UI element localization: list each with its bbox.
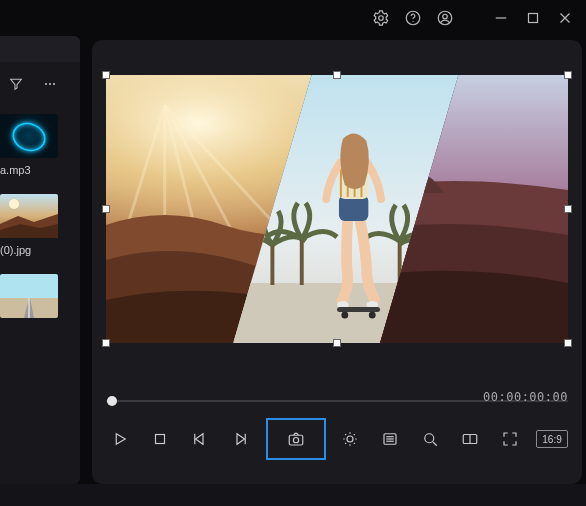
gear-icon[interactable]: [372, 9, 390, 27]
resize-handle[interactable]: [102, 205, 110, 213]
svg-rect-13: [0, 274, 58, 298]
svg-point-44: [369, 312, 376, 319]
preview-controls: 16:9: [106, 418, 568, 460]
svg-marker-48: [116, 434, 125, 445]
media-item[interactable]: (0).jpg: [0, 194, 80, 270]
svg-marker-52: [237, 434, 245, 445]
svg-point-8: [53, 83, 55, 85]
resize-handle[interactable]: [333, 339, 341, 347]
close-icon[interactable]: [556, 9, 574, 27]
media-sidebar: a.mp3 (0).jpg: [0, 36, 80, 484]
sidebar-header: [0, 36, 80, 62]
stop-button[interactable]: [146, 425, 174, 453]
maximize-icon[interactable]: [524, 9, 542, 27]
svg-point-4: [443, 14, 448, 19]
resize-handle[interactable]: [564, 339, 572, 347]
resize-handle[interactable]: [333, 71, 341, 79]
resize-handle[interactable]: [564, 205, 572, 213]
svg-rect-5: [529, 14, 538, 23]
titlebar: [0, 0, 586, 36]
account-icon[interactable]: [436, 9, 454, 27]
svg-point-6: [45, 83, 47, 85]
preview-panel: 00:00:00:00: [92, 40, 582, 484]
svg-point-7: [49, 83, 51, 85]
timecode: 00:00:00:00: [483, 390, 568, 404]
bottom-bar: [0, 484, 586, 506]
filter-icon[interactable]: [8, 76, 24, 96]
play-button[interactable]: [106, 425, 134, 453]
media-thumbnail: [0, 194, 58, 238]
svg-point-55: [293, 438, 298, 443]
prev-frame-button[interactable]: [186, 425, 214, 453]
svg-point-61: [425, 434, 434, 443]
scrub-bar[interactable]: 00:00:00:00: [106, 394, 568, 408]
list-button[interactable]: [376, 425, 404, 453]
fullscreen-button[interactable]: [496, 425, 524, 453]
resize-handle[interactable]: [564, 71, 572, 79]
media-filename: [0, 322, 80, 338]
media-list: a.mp3 (0).jpg: [0, 114, 80, 338]
svg-marker-50: [196, 434, 204, 445]
aspect-ratio-button[interactable]: 16:9: [536, 430, 568, 448]
svg-point-3: [438, 11, 452, 25]
preview-image: [106, 75, 568, 343]
svg-point-2: [412, 21, 413, 22]
compare-button[interactable]: [456, 425, 484, 453]
snapshot-button[interactable]: [268, 420, 324, 458]
help-icon[interactable]: [404, 9, 422, 27]
svg-rect-29: [270, 245, 274, 285]
svg-rect-16: [28, 298, 29, 318]
svg-rect-30: [300, 239, 304, 285]
canvas-area: [106, 54, 568, 364]
next-frame-button[interactable]: [226, 425, 254, 453]
svg-point-12: [9, 199, 19, 209]
svg-rect-54: [289, 435, 303, 445]
sidebar-tools: [0, 62, 80, 110]
zoom-button[interactable]: [416, 425, 444, 453]
svg-rect-42: [337, 307, 380, 312]
canvas-frame[interactable]: [106, 75, 568, 343]
svg-point-43: [341, 312, 348, 319]
svg-point-56: [347, 436, 353, 442]
media-item[interactable]: [0, 274, 80, 338]
svg-rect-49: [156, 435, 165, 444]
minimize-icon[interactable]: [492, 9, 510, 27]
media-filename: a.mp3: [0, 162, 80, 190]
svg-point-0: [379, 16, 384, 21]
color-adjust-button[interactable]: [336, 425, 364, 453]
more-icon[interactable]: [42, 76, 58, 96]
media-thumbnail: [0, 274, 58, 318]
resize-handle[interactable]: [102, 71, 110, 79]
media-item[interactable]: a.mp3: [0, 114, 80, 190]
media-filename: (0).jpg: [0, 242, 80, 270]
media-thumbnail: [0, 114, 58, 158]
snapshot-highlight: [266, 418, 326, 460]
scrub-knob[interactable]: [107, 396, 117, 406]
resize-handle[interactable]: [102, 339, 110, 347]
